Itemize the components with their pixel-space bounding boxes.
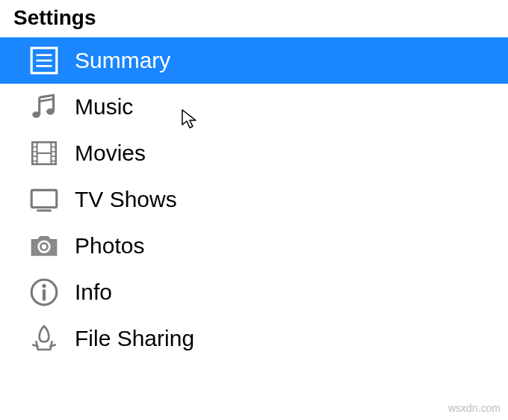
photos-icon bbox=[27, 229, 61, 263]
sidebar-item-photos[interactable]: Photos bbox=[0, 223, 508, 269]
svg-rect-19 bbox=[31, 190, 57, 207]
sidebar-item-filesharing[interactable]: File Sharing bbox=[0, 315, 508, 362]
svg-point-4 bbox=[32, 111, 40, 117]
svg-point-5 bbox=[46, 108, 55, 114]
svg-point-22 bbox=[42, 244, 46, 249]
music-icon bbox=[27, 90, 61, 124]
svg-point-24 bbox=[42, 284, 46, 288]
sidebar-list: Summary Music bbox=[0, 37, 508, 362]
settings-panel: Settings Summary bbox=[0, 0, 508, 362]
watermark: wsxdn.com bbox=[448, 402, 501, 414]
sidebar-item-label: Info bbox=[75, 280, 112, 305]
sidebar-item-tvshows[interactable]: TV Shows bbox=[0, 176, 508, 223]
tvshows-icon bbox=[27, 182, 61, 217]
sidebar-item-label: Movies bbox=[75, 140, 146, 166]
sidebar-item-info[interactable]: Info bbox=[0, 269, 508, 315]
movies-icon bbox=[27, 136, 61, 170]
sidebar-item-label: Music bbox=[75, 94, 133, 120]
svg-line-6 bbox=[40, 99, 54, 102]
sidebar-item-summary[interactable]: Summary bbox=[0, 37, 508, 84]
sidebar-item-music[interactable]: Music bbox=[0, 84, 508, 130]
summary-icon bbox=[27, 43, 61, 78]
info-icon bbox=[27, 275, 61, 309]
sidebar-item-label: TV Shows bbox=[75, 187, 177, 212]
sidebar-item-label: Summary bbox=[75, 48, 170, 73]
sidebar-item-movies[interactable]: Movies bbox=[0, 130, 508, 176]
sidebar-item-label: File Sharing bbox=[75, 326, 194, 351]
filesharing-icon bbox=[27, 321, 61, 356]
section-header: Settings bbox=[0, 6, 508, 37]
sidebar-item-label: Photos bbox=[75, 233, 144, 259]
